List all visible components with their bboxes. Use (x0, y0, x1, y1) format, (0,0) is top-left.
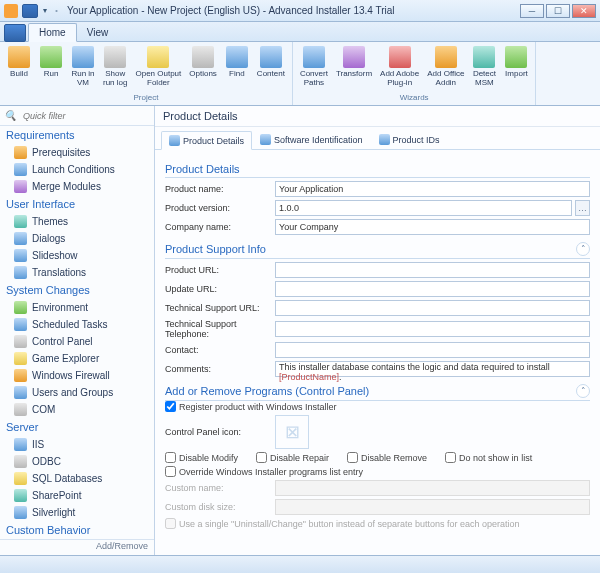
convert-icon (303, 46, 325, 68)
sidebar-item-label: COM (32, 404, 55, 415)
custom-disk-input (275, 499, 590, 515)
sidebar-item[interactable]: Merge Modules (0, 178, 154, 195)
tech-support-url-label: Technical Support URL: (165, 303, 275, 313)
sidebar-item[interactable]: COM (0, 401, 154, 418)
ribbon-group-wizards: Convert Paths Transform Add Adobe Plug-i… (293, 42, 537, 105)
transform-button[interactable]: Transform (333, 44, 375, 93)
product-url-input[interactable] (275, 262, 590, 278)
sidebar-item[interactable]: Prerequisites (0, 144, 154, 161)
product-name-input[interactable] (275, 181, 590, 197)
contact-input[interactable] (275, 342, 590, 358)
sidebar-item[interactable]: Scheduled Tasks (0, 316, 154, 333)
tech-support-tel-input[interactable] (275, 321, 590, 337)
sidebar-item-icon (14, 403, 27, 416)
tab-icon (260, 134, 271, 145)
sidebar-item[interactable]: Users and Groups (0, 384, 154, 401)
run-in-vm-button[interactable]: Run in VM (68, 44, 98, 93)
window-title: Your Application - New Project (English … (67, 5, 518, 16)
sidebar-item[interactable]: Environment (0, 299, 154, 316)
sidebar-item[interactable]: Launch Conditions (0, 161, 154, 178)
sidebar-item-icon (14, 301, 27, 314)
build-button[interactable]: Build (4, 44, 34, 93)
sidebar-item[interactable]: ODBC (0, 453, 154, 470)
content-tabs: Product DetailsSoftware IdentificationPr… (155, 127, 600, 150)
content-tab-label: Product Details (183, 136, 244, 146)
show-run-log-button[interactable]: Show run log (100, 44, 130, 93)
import-icon (505, 46, 527, 68)
tab-view[interactable]: View (77, 24, 119, 41)
sidebar-item-label: Merge Modules (32, 181, 101, 192)
quick-access-toolbar: ▾ ꞊ (22, 4, 61, 18)
sidebar-item[interactable]: SharePoint (0, 487, 154, 504)
sidebar-item[interactable]: Windows Firewall (0, 367, 154, 384)
detect-msm-button[interactable]: Detect MSM (469, 44, 499, 93)
sidebar-group-header: Server (0, 418, 154, 436)
convert-paths-button[interactable]: Convert Paths (297, 44, 331, 93)
options-button[interactable]: Options (186, 44, 220, 93)
sidebar-item[interactable]: Themes (0, 213, 154, 230)
sidebar-group-header: User Interface (0, 195, 154, 213)
collapse-icon[interactable]: ˄ (576, 242, 590, 256)
open-output-folder-button[interactable]: Open Output Folder (132, 44, 184, 93)
sidebar-item[interactable]: Control Panel (0, 333, 154, 350)
content-tab[interactable]: Software Identification (252, 130, 371, 149)
status-bar (0, 555, 600, 573)
update-url-input[interactable] (275, 281, 590, 297)
adobe-icon (389, 46, 411, 68)
run-button[interactable]: Run (36, 44, 66, 93)
sidebar: 🔍 RequirementsPrerequisitesLaunch Condit… (0, 106, 155, 555)
sidebar-item[interactable]: IIS (0, 436, 154, 453)
add-office-addin-button[interactable]: Add Office Addin (424, 44, 467, 93)
import-button[interactable]: Import (501, 44, 531, 93)
sidebar-item[interactable]: Translations (0, 264, 154, 281)
sidebar-item-icon (14, 369, 27, 382)
sidebar-item[interactable]: Game Explorer (0, 350, 154, 367)
maximize-button[interactable]: ☐ (546, 4, 570, 18)
sidebar-item[interactable]: Slideshow (0, 247, 154, 264)
tab-icon (379, 134, 390, 145)
disable-remove-checkbox[interactable] (347, 452, 358, 463)
sidebar-item-icon (14, 215, 27, 228)
register-product-checkbox[interactable] (165, 401, 176, 412)
sidebar-item[interactable]: Silverlight (0, 504, 154, 521)
product-version-input[interactable] (275, 200, 572, 216)
disable-modify-checkbox[interactable] (165, 452, 176, 463)
sidebar-item-label: Silverlight (32, 507, 75, 518)
qat-dropdown-icon[interactable]: ▾ (40, 6, 50, 15)
content-tab[interactable]: Product IDs (371, 130, 448, 149)
find-button[interactable]: Find (222, 44, 252, 93)
override-entry-checkbox[interactable] (165, 466, 176, 477)
sidebar-item-label: Launch Conditions (32, 164, 115, 175)
title-bar: ▾ ꞊ Your Application - New Project (Engl… (0, 0, 600, 22)
sidebar-add-remove-link[interactable]: Add/Remove (0, 539, 154, 555)
company-name-input[interactable] (275, 219, 590, 235)
version-picker-button[interactable]: … (575, 200, 590, 216)
custom-disk-label: Custom disk size: (165, 502, 275, 512)
office-icon (435, 46, 457, 68)
do-not-show-checkbox[interactable] (445, 452, 456, 463)
qat-separator: ꞊ (52, 6, 61, 15)
tab-home[interactable]: Home (28, 23, 77, 42)
comments-input[interactable]: This installer database contains the log… (275, 361, 590, 377)
collapse-icon[interactable]: ˄ (576, 384, 590, 398)
cp-icon-label: Control Panel icon: (165, 427, 275, 437)
disable-repair-checkbox[interactable] (256, 452, 267, 463)
sidebar-item[interactable]: SQL Databases (0, 470, 154, 487)
sidebar-item-icon (14, 489, 27, 502)
qat-button[interactable] (22, 4, 38, 18)
sidebar-item[interactable]: Dialogs (0, 230, 154, 247)
content-tab[interactable]: Product Details (161, 131, 252, 150)
close-button[interactable]: ✕ (572, 4, 596, 18)
cp-icon-picker[interactable]: ⊠ (275, 415, 309, 449)
minimize-button[interactable]: ─ (520, 4, 544, 18)
file-menu-button[interactable] (4, 24, 26, 42)
sidebar-item-label: IIS (32, 439, 44, 450)
content-button[interactable]: Content (254, 44, 288, 93)
sidebar-item-icon (14, 266, 27, 279)
add-adobe-plugin-button[interactable]: Add Adobe Plug-in (377, 44, 422, 93)
custom-name-input (275, 480, 590, 496)
sidebar-item-icon (14, 455, 27, 468)
quick-filter-input[interactable] (20, 108, 150, 124)
sidebar-tree[interactable]: RequirementsPrerequisitesLaunch Conditio… (0, 126, 154, 539)
tech-support-url-input[interactable] (275, 300, 590, 316)
